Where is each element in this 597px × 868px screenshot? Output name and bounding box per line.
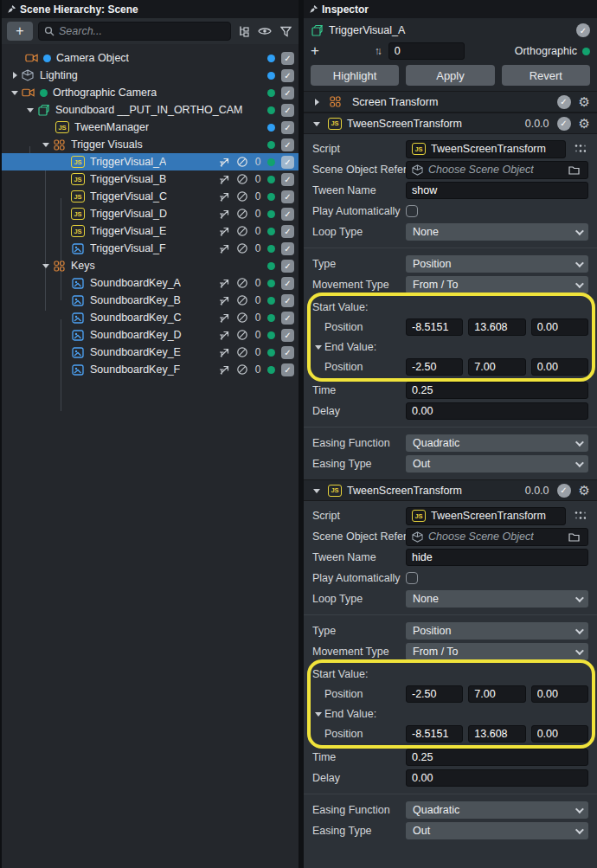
component-enabled-checkbox[interactable]: ✓ [557, 484, 571, 498]
loop-type-dropdown[interactable]: None [406, 223, 588, 241]
tree-row-triggervisual-b[interactable]: JS TriggerVisual_B 0✓ [2, 170, 298, 188]
sort-icon[interactable]: ↑↓ [375, 45, 382, 57]
enabled-checkbox[interactable]: ✓ [281, 69, 294, 82]
collapse-chevron-icon[interactable] [24, 104, 36, 116]
enabled-checkbox[interactable]: ✓ [281, 363, 294, 376]
collapse-chevron-icon[interactable] [311, 118, 323, 130]
visibility-dot[interactable] [267, 280, 275, 287]
enabled-checkbox[interactable]: ✓ [281, 138, 294, 151]
easing-type-dropdown[interactable]: Out [406, 822, 588, 839]
visibility-dot[interactable] [267, 72, 275, 80]
movement-type-dropdown[interactable]: From / To [406, 276, 588, 293]
collapse-chevron-icon[interactable] [312, 341, 324, 353]
type-dropdown[interactable]: Position [406, 622, 588, 640]
tween-name-input[interactable] [406, 549, 588, 566]
collapse-chevron-icon[interactable] [40, 260, 52, 272]
easing-type-dropdown[interactable]: Out [406, 455, 588, 473]
enabled-checkbox[interactable]: ✓ [281, 260, 294, 273]
folder-icon[interactable] [565, 532, 582, 542]
delay-input[interactable] [406, 769, 588, 787]
enabled-checkbox[interactable]: ✓ [281, 104, 294, 117]
collapse-chevron-icon[interactable] [40, 138, 52, 151]
tree-row-lighting[interactable]: Lighting ✓ [2, 67, 298, 84]
enabled-checkbox[interactable]: ✓ [281, 190, 294, 203]
revert-button[interactable]: Revert [502, 65, 590, 86]
play-automatically-checkbox[interactable] [406, 572, 418, 584]
visibility-dot[interactable] [267, 366, 275, 374]
start-x-input[interactable] [406, 685, 463, 703]
apply-button[interactable]: Apply [406, 65, 494, 86]
end-z-input[interactable] [531, 725, 588, 743]
tween2-section-header[interactable]: JS TweenScreenTransform 0.0.0✓⚙ [304, 479, 597, 501]
layer-input[interactable] [388, 42, 465, 60]
screen-transform-section-header[interactable]: Screen Transform ✓⚙ [304, 91, 597, 113]
folder-icon[interactable] [565, 165, 582, 175]
end-y-input[interactable] [468, 725, 525, 743]
visibility-dot[interactable] [267, 106, 275, 114]
gear-icon[interactable]: ⚙ [579, 117, 590, 130]
visibility-dot[interactable] [267, 297, 275, 305]
script-field[interactable]: JSTweenScreenTransform [406, 140, 566, 158]
add-object-button[interactable]: + [7, 22, 33, 41]
object-enabled-checkbox[interactable]: ✓ [576, 23, 590, 37]
collapse-chevron-icon[interactable] [9, 87, 21, 99]
enabled-checkbox[interactable]: ✓ [281, 225, 294, 238]
collapse-chevron-icon[interactable] [312, 708, 324, 720]
scene-object-field[interactable]: Choose Scene Object [406, 161, 588, 179]
pin-icon[interactable] [7, 4, 16, 14]
visibility-dot[interactable] [267, 349, 275, 357]
visibility-dot[interactable] [267, 228, 275, 235]
tree-row-triggervisual-f[interactable]: TriggerVisual_F 0✓ [2, 240, 298, 257]
end-x-input[interactable] [406, 358, 463, 376]
visibility-dot[interactable] [267, 124, 275, 132]
tree-row-tweenmanager[interactable]: JS TweenManager ✓ [2, 119, 298, 136]
end-y-input[interactable] [468, 358, 525, 376]
enabled-checkbox[interactable]: ✓ [281, 87, 294, 100]
visibility-dot[interactable] [267, 245, 275, 253]
visibility-dot[interactable] [267, 262, 275, 270]
start-z-input[interactable] [531, 685, 588, 703]
tween-name-input[interactable] [406, 182, 588, 199]
start-y-input[interactable] [468, 318, 525, 336]
enabled-checkbox[interactable]: ✓ [281, 121, 294, 134]
visibility-dot[interactable] [267, 210, 275, 218]
time-input[interactable] [406, 382, 588, 399]
end-x-input[interactable] [406, 725, 463, 743]
tree-row-triggervisual-e[interactable]: JS TriggerVisual_E 0✓ [2, 222, 298, 240]
enabled-checkbox[interactable]: ✓ [281, 277, 294, 290]
expand-chevron-icon[interactable] [311, 96, 323, 108]
add-component-button[interactable]: + [311, 42, 324, 60]
pin-icon[interactable] [309, 4, 318, 14]
tree-row-soundboardkey-c[interactable]: SoundboardKey_C 0✓ [2, 309, 298, 326]
visibility-dot[interactable] [267, 89, 275, 97]
component-enabled-checkbox[interactable]: ✓ [557, 117, 571, 131]
search-input[interactable] [59, 25, 225, 37]
visibility-dot[interactable] [267, 193, 275, 201]
easing-function-dropdown[interactable]: Quadratic [406, 801, 588, 819]
tween1-section-header[interactable]: JS TweenScreenTransform 0.0.0✓⚙ [304, 113, 597, 134]
tree-row-triggervisual-c[interactable]: JS TriggerVisual_C 0✓ [2, 188, 298, 205]
search-bar[interactable] [38, 22, 231, 41]
time-input[interactable] [406, 749, 588, 766]
start-y-input[interactable] [468, 685, 525, 703]
component-enabled-checkbox[interactable]: ✓ [557, 95, 571, 109]
tree-row-camera-object[interactable]: Camera Object ✓ [2, 49, 298, 67]
scene-object-field[interactable]: Choose Scene Object [406, 528, 588, 546]
tree-row-soundboard[interactable]: Soundboard __PUT_IN_ORTHO_CAM ✓ [2, 101, 298, 119]
end-z-input[interactable] [531, 358, 588, 376]
tree-collapse-icon[interactable] [236, 25, 252, 37]
tree-row-keys[interactable]: Keys ✓ [2, 257, 298, 274]
start-x-input[interactable] [406, 318, 463, 336]
delay-input[interactable] [406, 402, 588, 420]
start-z-input[interactable] [531, 318, 588, 336]
visibility-dot[interactable] [267, 55, 275, 62]
enabled-checkbox[interactable]: ✓ [281, 312, 294, 325]
tree-row-soundboardkey-d[interactable]: SoundboardKey_D 0✓ [2, 326, 298, 344]
visibility-dot[interactable] [267, 141, 275, 149]
filter-icon[interactable] [278, 26, 293, 37]
tree-row-soundboardkey-b[interactable]: SoundboardKey_B 0✓ [2, 292, 298, 309]
tree-row-soundboardkey-f[interactable]: SoundboardKey_F 0✓ [2, 361, 298, 378]
visibility-dot[interactable] [267, 176, 275, 183]
tree-row-soundboardkey-e[interactable]: SoundboardKey_E 0✓ [2, 344, 298, 361]
enabled-checkbox[interactable]: ✓ [281, 346, 294, 359]
